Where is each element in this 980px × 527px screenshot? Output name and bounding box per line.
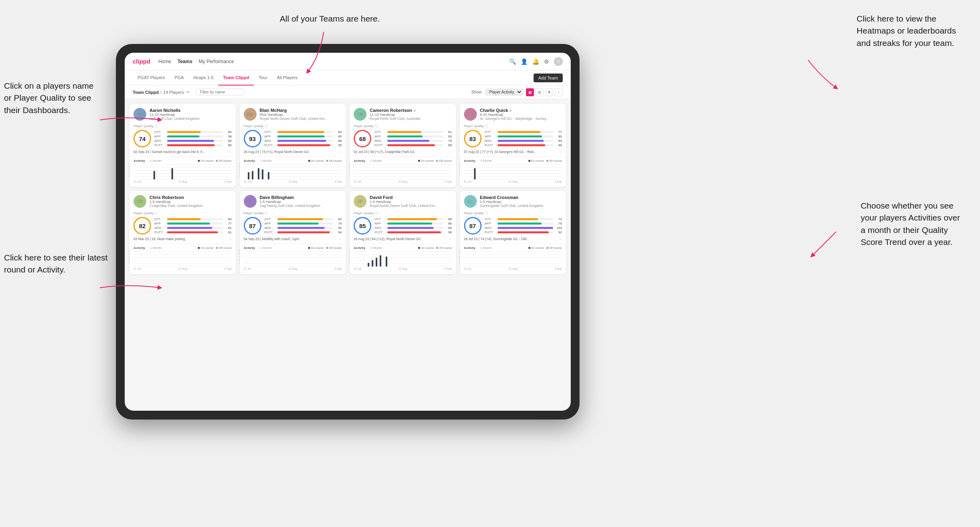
- player-info: Cameron Robertson ✓ 11-15 Handicap Royal…: [370, 108, 452, 121]
- grid-view-button[interactable]: ▦: [526, 88, 534, 96]
- stat-bar-container: [167, 218, 223, 220]
- nav-home[interactable]: Home: [158, 57, 171, 66]
- stat-label: APP: [374, 135, 386, 138]
- latest-round[interactable]: 26 Aug 23 | 73 (+1), Royal North Devon G…: [244, 150, 342, 154]
- stat-bar-container: [277, 144, 333, 146]
- mini-chart: [133, 251, 232, 271]
- profile-icon[interactable]: 👤: [521, 58, 528, 65]
- stat-row: PUTT 85: [154, 143, 232, 147]
- latest-round[interactable]: 07 Aug 23 | 77 (+7), St George's Hill GC…: [464, 150, 562, 154]
- player-avatar: DB: [244, 195, 257, 208]
- player-card-header: CR Cameron Robertson ✓ 11-15 Handicap Ro…: [354, 108, 452, 121]
- player-name[interactable]: Charlie Quick ✓: [480, 108, 562, 113]
- player-name[interactable]: Edward Crossman: [480, 195, 562, 200]
- add-team-button[interactable]: Add Team: [534, 74, 563, 82]
- sort-button[interactable]: ↕: [555, 88, 563, 96]
- player-name[interactable]: Dave Billingham: [260, 195, 342, 200]
- activity-period: · 1 Month: [368, 246, 382, 250]
- team-header: Team Clippd | 14 Players ✏ Show: Player …: [125, 86, 571, 99]
- stat-bar-container: [167, 231, 223, 233]
- settings-icon[interactable]: ⚙: [544, 58, 549, 65]
- quality-section: 85 OTT 89 APP: [354, 217, 452, 235]
- stat-row: OTT 60: [154, 217, 232, 221]
- on-course-dot: [198, 247, 200, 249]
- nav-teams[interactable]: Teams: [177, 57, 192, 66]
- latest-round[interactable]: 26 Aug 23 | 84 (+12), Royal North Devon …: [354, 237, 452, 241]
- heatmaps-arrow: [788, 52, 848, 100]
- players-grid: AN Aaron Nicholls 11-15 Handicap Drift G…: [125, 99, 571, 411]
- latest-round[interactable]: 18 Jul 23 | 74 (+4), Sunningdale GC - Ol…: [464, 237, 562, 241]
- stat-bar-container: [498, 227, 554, 229]
- tab-team-clippd[interactable]: Team Clippd: [218, 70, 254, 86]
- player-name[interactable]: Cameron Robertson ✓: [370, 108, 452, 113]
- stat-value: 80: [445, 222, 452, 225]
- player-info: Dave Billingham 1-5 Handicap Sag Maing G…: [260, 195, 342, 208]
- player-card[interactable]: CR Chris Robertson 1-5 Handicap Craigmil…: [129, 191, 236, 274]
- player-name[interactable]: Blair McHarg: [260, 108, 342, 113]
- stat-bar: [498, 144, 546, 146]
- player-info: Chris Robertson 1-5 Handicap Craigmillar…: [149, 195, 232, 208]
- stat-bar-container: [277, 135, 333, 137]
- player-name[interactable]: Chris Robertson: [149, 195, 232, 200]
- stat-value: 85: [335, 226, 342, 230]
- quality-circle[interactable]: 68: [354, 130, 371, 147]
- avatar[interactable]: U: [554, 57, 563, 66]
- quality-circle[interactable]: 93: [244, 130, 261, 147]
- activity-header: Activity · 1 Month On course Off course: [244, 246, 342, 250]
- off-course-dot: [326, 247, 328, 249]
- activity-period: · 1 Month: [478, 159, 492, 163]
- latest-round-arrow: [96, 272, 176, 304]
- player-card[interactable]: DB Dave Billingham 1-5 Handicap Sag Main…: [240, 191, 346, 274]
- show-select[interactable]: Player Activity: [486, 89, 523, 95]
- search-icon[interactable]: 🔍: [509, 58, 516, 65]
- stat-label: APP: [265, 135, 276, 138]
- team-search-input[interactable]: [196, 89, 244, 95]
- mini-chart: [133, 164, 232, 184]
- stat-bar-container: [167, 140, 223, 142]
- quality-circle[interactable]: 87: [244, 217, 261, 235]
- stat-label: PUTT: [374, 231, 386, 234]
- on-course-dot: [308, 247, 310, 249]
- off-course-dot: [436, 247, 438, 249]
- on-course-dot: [418, 247, 420, 249]
- player-card[interactable]: EC Edward Crossman 1-5 Handicap Sunningd…: [460, 191, 566, 274]
- tablet-screen: clippd Home Teams My Performance 🔍 👤 🔔 ⚙…: [125, 53, 571, 411]
- player-handicap: 1-5 Handicap: [480, 200, 562, 204]
- stat-value: 61: [445, 130, 452, 134]
- quality-circle[interactable]: 82: [133, 217, 151, 235]
- player-card[interactable]: CQ Charlie Quick ✓ 6-10 Handicap St. Geo…: [460, 104, 566, 187]
- activity-legend: On course Off course: [308, 247, 342, 249]
- stat-label: ARG: [374, 139, 386, 143]
- tab-pgat-players[interactable]: PGAT Players: [133, 70, 170, 86]
- bell-icon[interactable]: 🔔: [532, 58, 539, 65]
- player-handicap: Plus Handicap: [260, 113, 342, 117]
- activity-section: Activity · 1 Month On course Off course: [354, 243, 452, 270]
- stat-row: PUTT 95: [265, 143, 342, 147]
- stat-row: PUTT 86: [485, 143, 562, 147]
- team-edit-icon[interactable]: ✏: [186, 89, 190, 95]
- nav-my-performance[interactable]: My Performance: [199, 57, 234, 66]
- player-card[interactable]: CR Cameron Robertson ✓ 11-15 Handicap Ro…: [350, 104, 456, 187]
- stat-row: ARG 84: [154, 139, 232, 143]
- stat-bar: [277, 140, 327, 142]
- player-name[interactable]: David Ford: [370, 195, 452, 200]
- tab-pga[interactable]: PGA: [170, 70, 189, 86]
- player-info: Edward Crossman 1-5 Handicap Sunningdale…: [480, 195, 562, 208]
- latest-round[interactable]: 02 Jul 23 | 59 (+17), Craigmillar Park G…: [354, 150, 452, 154]
- stat-bar-container: [387, 231, 443, 233]
- player-card[interactable]: DF David Ford 1-5 Handicap Royal North D…: [350, 191, 456, 274]
- tab-hcaps[interactable]: Hcaps 1-5: [189, 70, 218, 86]
- stat-value: 73: [555, 217, 562, 221]
- quality-circle[interactable]: 83: [464, 130, 482, 147]
- latest-round[interactable]: 03 Mar 23 | 19, Must make putting →: [133, 237, 232, 241]
- quality-circle[interactable]: 87: [464, 217, 482, 235]
- list-view-button[interactable]: ⊞: [536, 88, 544, 96]
- filter-button[interactable]: ▼: [545, 88, 553, 96]
- player-card[interactable]: BM Blair McHarg Plus Handicap Royal Nort…: [240, 104, 346, 187]
- latest-round[interactable]: 02 Sep 23 | Sunset round to get back int…: [133, 150, 232, 154]
- latest-round[interactable]: 04 Sep 23 | Mobility with coach, Gym →: [244, 237, 342, 241]
- activity-section: Activity · 1 Month On course Off course: [464, 156, 562, 183]
- quality-circle[interactable]: 85: [354, 217, 371, 235]
- off-course-label: Off course: [439, 159, 452, 162]
- activity-title: Activity: [354, 246, 365, 250]
